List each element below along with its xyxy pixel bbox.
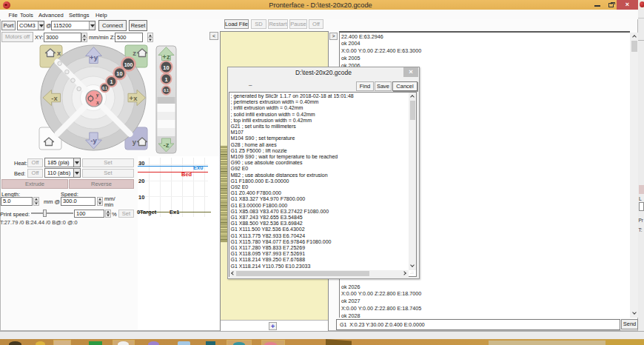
svg-text:+z: +z: [162, 53, 170, 61]
svg-text:z: z: [133, 49, 136, 57]
svg-text:1: 1: [110, 78, 113, 85]
svg-text:-y: -y: [90, 136, 97, 144]
svg-text:0.1: 0.1: [102, 87, 107, 90]
svg-text:x: x: [57, 49, 61, 57]
svg-text:10: 10: [116, 70, 122, 77]
svg-text:-x: -x: [51, 94, 58, 102]
svg-text:100: 100: [124, 62, 133, 67]
svg-text:10: 10: [163, 64, 169, 71]
svg-text:+x: +x: [130, 94, 138, 102]
svg-text:-z: -z: [164, 141, 170, 149]
svg-text:y: y: [133, 138, 137, 146]
svg-text:y: y: [95, 92, 99, 98]
svg-text:x: x: [95, 99, 99, 106]
svg-text:0.1: 0.1: [164, 89, 169, 93]
svg-text:1: 1: [164, 76, 167, 83]
svg-text:+y: +y: [90, 53, 98, 61]
